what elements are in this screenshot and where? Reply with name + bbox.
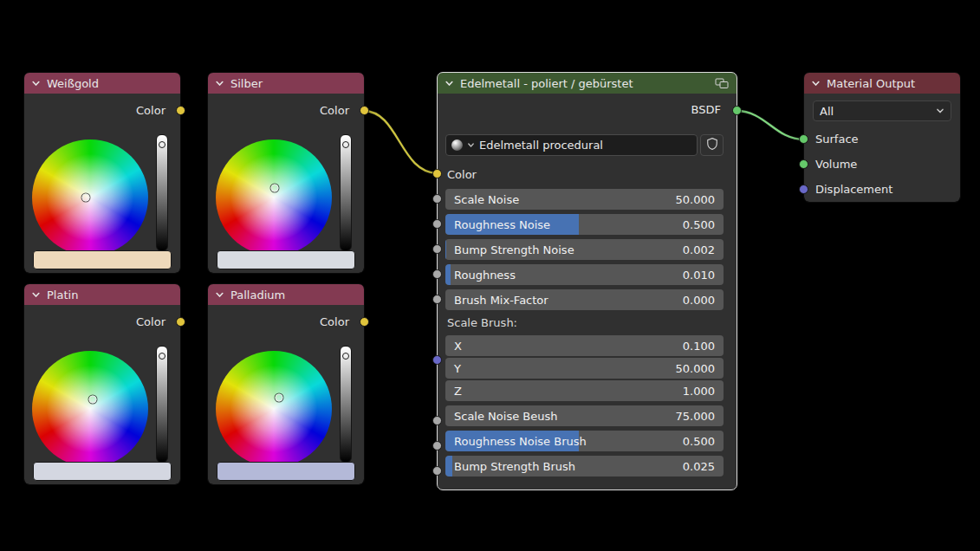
value-slider[interactable]: [340, 134, 352, 251]
surface-input-socket[interactable]: [799, 134, 808, 144]
color-swatch[interactable]: [33, 462, 172, 481]
slider-fill: [445, 456, 452, 476]
color-wheel[interactable]: [32, 351, 148, 467]
vector-z-field[interactable]: Z 1.000: [445, 380, 724, 401]
wheel-cursor[interactable]: [276, 394, 283, 402]
color-output-socket[interactable]: [360, 106, 369, 115]
node-editor-canvas[interactable]: Weißgold Color Silber Color Platin: [0, 0, 980, 551]
color-swatch[interactable]: [217, 462, 355, 481]
scale-brush-vector-input-socket[interactable]: [432, 355, 442, 365]
slider-roughness[interactable]: Roughness 0.010: [445, 264, 724, 285]
chevron-down-icon[interactable]: [215, 79, 224, 88]
brush-mix-factor-input-socket[interactable]: [432, 295, 442, 304]
color-output-socket[interactable]: [176, 317, 185, 327]
volume-input-socket[interactable]: [799, 159, 808, 169]
vector-value: 0.100: [683, 340, 715, 353]
wheel-cursor[interactable]: [82, 194, 90, 202]
node-title: Platin: [47, 288, 78, 301]
node-edelmetall-group[interactable]: Edelmetall - poliert / gebürstet BSDF Ed…: [438, 73, 737, 489]
material-name-input[interactable]: Edelmetall procedural: [479, 139, 603, 152]
value-slider[interactable]: [156, 346, 168, 463]
value-slider[interactable]: [340, 346, 352, 463]
vector-value: 1.000: [683, 385, 715, 398]
bump-strength-noise-input-socket[interactable]: [432, 244, 442, 254]
target-dropdown[interactable]: All: [813, 100, 951, 121]
chevron-down-icon[interactable]: [31, 290, 41, 300]
slider-value: 0.000: [683, 294, 715, 307]
roughness-input-socket[interactable]: [432, 269, 442, 279]
fake-user-button[interactable]: [700, 134, 724, 156]
value-slider-cursor[interactable]: [342, 141, 349, 148]
color-output-socket[interactable]: [176, 106, 185, 115]
shield-icon: [707, 138, 717, 152]
chevron-down-icon[interactable]: [445, 79, 454, 88]
slider-value: 0.500: [683, 218, 715, 231]
roughness-noise-brush-input-socket[interactable]: [432, 441, 442, 451]
bump-strength-brush-input-socket[interactable]: [432, 466, 442, 476]
node-palladium[interactable]: Palladium Color: [208, 284, 364, 484]
volume-input-label: Volume: [815, 158, 857, 171]
vector-rows: X 0.100 Y 50.000 Z 1.000: [445, 335, 724, 401]
vector-x-field[interactable]: X 0.100: [445, 335, 724, 356]
color-wheel[interactable]: [216, 351, 332, 467]
color-swatch[interactable]: [33, 250, 172, 269]
wheel-cursor[interactable]: [271, 185, 279, 192]
vector-value: 50.000: [676, 362, 716, 375]
color-output-socket[interactable]: [360, 317, 369, 327]
bsdf-output-socket[interactable]: [732, 106, 742, 115]
value-slider[interactable]: [156, 134, 168, 251]
chevron-down-icon[interactable]: [31, 79, 41, 88]
slider-label: Roughness Noise: [454, 218, 550, 231]
scale-noise-input-socket[interactable]: [432, 194, 442, 204]
wheel-cursor[interactable]: [89, 396, 97, 404]
color-wheel[interactable]: [216, 139, 332, 256]
vector-label: Z: [454, 385, 462, 398]
node-header[interactable]: Weißgold: [24, 73, 180, 94]
slider-label: Roughness Noise Brush: [454, 435, 587, 448]
node-material-output[interactable]: Material Output All Surface Volume Displ…: [804, 73, 960, 202]
node-header[interactable]: Material Output: [804, 73, 960, 94]
slider-bump-strength-brush[interactable]: Bump Strength Brush 0.025: [445, 456, 724, 476]
displacement-input-socket[interactable]: [799, 185, 808, 194]
color-input-row: Color: [445, 163, 724, 185]
value-slider-cursor[interactable]: [342, 353, 349, 360]
slider-fill: [445, 239, 446, 260]
scale-noise-beush-input-socket[interactable]: [432, 416, 442, 425]
color-wheel[interactable]: [32, 139, 148, 256]
color-input-socket[interactable]: [432, 169, 442, 178]
node-silber[interactable]: Silber Color: [208, 73, 364, 273]
roughness-noise-input-socket[interactable]: [432, 219, 442, 229]
vector-label: Y: [454, 362, 461, 375]
node-header[interactable]: Edelmetall - poliert / gebürstet: [438, 73, 737, 94]
slider-label: Roughness: [454, 269, 516, 282]
surface-input-row: Surface: [804, 126, 960, 152]
slider-scale-noise-beush[interactable]: Scale Noise Beush 75.000: [445, 405, 724, 426]
node-weissgold[interactable]: Weißgold Color: [24, 73, 180, 273]
material-sphere-icon: [451, 139, 463, 151]
value-slider-cursor[interactable]: [159, 353, 165, 360]
node-header[interactable]: Platin: [24, 284, 180, 305]
chevron-down-icon[interactable]: [215, 290, 224, 300]
node-group-icon[interactable]: [715, 78, 729, 89]
node-title: Weißgold: [47, 77, 99, 90]
vector-y-field[interactable]: Y 50.000: [445, 358, 724, 379]
color-swatch[interactable]: [217, 250, 355, 269]
slider-roughness-noise-brush[interactable]: Roughness Noise Brush 0.500: [445, 431, 724, 451]
wire-bsdf-to-surface: [737, 111, 804, 139]
slider-roughness-noise[interactable]: Roughness Noise 0.500: [445, 214, 724, 235]
node-title: Material Output: [827, 77, 915, 90]
value-slider-cursor[interactable]: [159, 141, 165, 148]
material-browse-field[interactable]: Edelmetall procedural: [445, 134, 698, 156]
color-output-label: Color: [320, 104, 349, 117]
slider-value: 75.000: [676, 410, 716, 423]
node-platin[interactable]: Platin Color: [24, 284, 180, 484]
chevron-down-icon[interactable]: [467, 141, 475, 149]
chevron-down-icon[interactable]: [811, 79, 821, 88]
slider-scale-noise[interactable]: Scale Noise 50.000: [445, 189, 724, 210]
slider-brush-mix-factor[interactable]: Brush Mix-Factor 0.000: [445, 289, 724, 310]
node-header[interactable]: Palladium: [208, 284, 364, 305]
node-header[interactable]: Silber: [208, 73, 364, 94]
color-output-label: Color: [136, 104, 165, 117]
target-dropdown-value: All: [820, 105, 834, 118]
slider-bump-strength-noise[interactable]: Bump Strength Noise 0.002: [445, 239, 724, 260]
